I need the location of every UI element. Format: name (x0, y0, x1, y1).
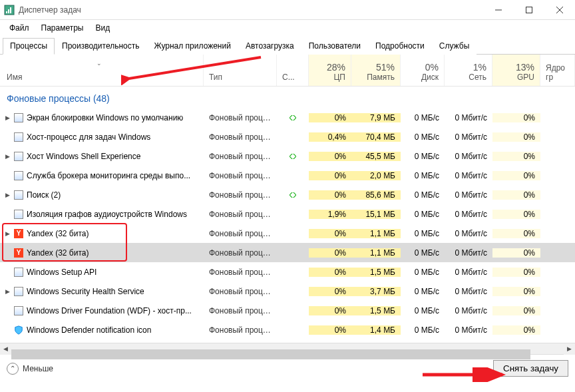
process-network: 0 Мбит/с (445, 248, 492, 258)
process-row[interactable]: Служба брокера мониторинга среды выпо...… (0, 166, 575, 185)
process-cpu: 0% (309, 229, 351, 238)
process-network: 0 Мбит/с (445, 210, 492, 219)
menu-options[interactable]: Параметры (36, 21, 89, 35)
process-row[interactable]: Изоляция графов аудиоустройств WindowsФо… (0, 204, 575, 224)
col-memory[interactable]: 51%Память (351, 55, 401, 86)
col-disk[interactable]: 0%Диск (401, 55, 445, 86)
process-gpu: 0% (492, 210, 540, 219)
process-cpu: 1,9% (309, 210, 351, 219)
end-task-button[interactable]: Снять задачу (493, 360, 568, 377)
process-disk: 0 МБ/с (401, 171, 445, 180)
process-memory: 15,1 МБ (351, 210, 401, 219)
col-network[interactable]: 1%Сеть (445, 55, 492, 86)
shield-icon (13, 325, 24, 335)
process-cpu: 0% (309, 171, 351, 180)
process-cpu: 0% (309, 287, 351, 296)
process-type: Фоновый процесс (204, 268, 277, 277)
col-name[interactable]: ⌄ Имя (0, 55, 204, 86)
process-name: Хост Windows Shell Experience (27, 152, 140, 161)
process-name: Служба брокера мониторинга среды выпо... (27, 171, 190, 180)
col-type[interactable]: Тип (204, 55, 277, 86)
process-name: Yandex (32 бита) (27, 248, 89, 258)
menu-view[interactable]: Вид (90, 21, 115, 35)
process-row[interactable]: ▶YYandex (32 бита)Фоновый процесс0%1,1 М… (0, 224, 575, 243)
svg-rect-1 (6, 11, 7, 13)
app-window-icon (13, 209, 24, 220)
tab-startup[interactable]: Автозагрузка (238, 38, 301, 55)
horizontal-scrollbar[interactable]: ◀ ▶ (0, 343, 575, 354)
menu-file[interactable]: Файл (4, 21, 35, 35)
yandex-icon: Y (13, 248, 24, 258)
tab-bar: Процессы Производительность Журнал прило… (0, 37, 575, 55)
tab-services[interactable]: Службы (432, 38, 477, 55)
process-network: 0 Мбит/с (445, 229, 492, 238)
maximize-button[interactable] (514, 0, 544, 20)
process-memory: 70,4 МБ (351, 132, 401, 142)
process-gpu: 0% (492, 229, 540, 238)
process-memory: 1,5 МБ (351, 268, 401, 277)
minimize-button[interactable] (483, 0, 514, 20)
process-row[interactable]: VM331 StiMnt (32 бита)Фоновый процесс0%1… (0, 339, 575, 343)
sort-caret-icon: ⌄ (96, 60, 102, 67)
process-memory: 45,5 МБ (351, 152, 401, 161)
process-row[interactable]: ▶Хост Windows Shell ExperienceФоновый пр… (0, 146, 575, 166)
expand-icon[interactable]: ▶ (4, 114, 11, 121)
chevron-up-icon: ⌃ (7, 363, 19, 375)
expand-icon[interactable]: ▶ (4, 230, 11, 237)
tab-apphistory[interactable]: Журнал приложений (147, 38, 238, 55)
tab-performance[interactable]: Производительность (55, 38, 146, 55)
process-memory: 1,4 МБ (351, 325, 401, 335)
fewer-details-button[interactable]: ⌃ Меньше (7, 363, 53, 375)
process-gpu: 0% (492, 171, 540, 180)
process-row[interactable]: ▶Windows Security Health ServiceФоновый … (0, 282, 575, 301)
process-row[interactable]: ▶Экран блокировки Windows по умолчаниюФо… (0, 108, 575, 127)
tab-users[interactable]: Пользователи (301, 38, 368, 55)
tab-processes[interactable]: Процессы (3, 38, 55, 55)
process-memory: 7,9 МБ (351, 113, 401, 122)
expand-icon[interactable]: ▶ (4, 153, 11, 160)
process-row[interactable]: Хост-процесс для задач WindowsФоновый пр… (0, 127, 575, 146)
process-memory: 85,6 МБ (351, 190, 401, 200)
process-cpu: 0% (309, 325, 351, 335)
app-window-icon (13, 267, 24, 278)
process-network: 0 Мбит/с (445, 113, 492, 122)
process-row[interactable]: YYandex (32 бита)Фоновый процесс0%1,1 МБ… (0, 243, 575, 262)
process-disk: 0 МБ/с (401, 268, 445, 277)
process-type: Фоновый процесс (204, 132, 277, 142)
process-network: 0 Мбит/с (445, 287, 492, 296)
process-name: Windows Setup API (27, 268, 96, 277)
process-name: Windows Security Health Service (27, 287, 144, 296)
app-icon (4, 5, 15, 15)
column-header-row: ⌄ Имя Тип С... 28%ЦП 51%Память 0%Диск 1%… (0, 55, 575, 87)
process-disk: 0 МБ/с (401, 229, 445, 238)
col-status[interactable]: С... (277, 55, 309, 86)
col-gpu-core[interactable]: Ядро гр (540, 55, 575, 86)
col-gpu[interactable]: 13%GPU (492, 55, 540, 86)
process-gpu: 0% (492, 306, 540, 315)
process-row[interactable]: Windows Setup APIФоновый процесс0%1,5 МБ… (0, 262, 575, 282)
process-gpu: 0% (492, 325, 540, 335)
process-row[interactable]: ▶Поиск (2)Фоновый процесс0%85,6 МБ0 МБ/с… (0, 185, 575, 204)
scroll-thumb[interactable] (11, 349, 530, 359)
title-bar: Диспетчер задач (0, 0, 575, 20)
process-network: 0 Мбит/с (445, 171, 492, 180)
svg-rect-3 (10, 7, 11, 13)
process-disk: 0 МБ/с (401, 190, 445, 200)
scroll-right-icon[interactable]: ▶ (564, 343, 575, 355)
scroll-left-icon[interactable]: ◀ (0, 343, 11, 355)
process-type: Фоновый процесс (204, 306, 277, 315)
process-row[interactable]: Windows Driver Foundation (WDF) - хост-п… (0, 301, 575, 320)
process-cpu: 0% (309, 190, 351, 200)
expand-icon[interactable]: ▶ (4, 288, 11, 295)
process-network: 0 Мбит/с (445, 152, 492, 161)
process-type: Фоновый процесс (204, 248, 277, 258)
col-cpu[interactable]: 28%ЦП (309, 55, 351, 86)
process-row[interactable]: Windows Defender notification iconФоновы… (0, 320, 575, 339)
process-type: Фоновый процесс (204, 113, 277, 122)
app-window-icon (13, 132, 24, 142)
tab-details[interactable]: Подробности (368, 38, 432, 55)
process-name: Windows Defender notification icon (27, 325, 151, 335)
expand-icon[interactable]: ▶ (4, 192, 11, 198)
close-button[interactable] (544, 0, 575, 20)
app-window-icon (13, 170, 24, 181)
